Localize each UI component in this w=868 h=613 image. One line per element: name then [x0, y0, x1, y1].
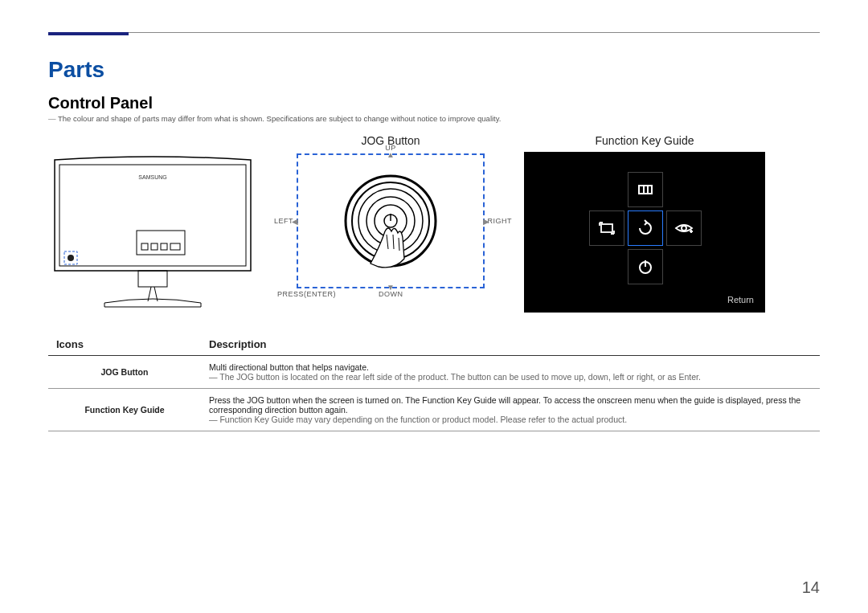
section-title: Control Panel — [48, 94, 820, 112]
menu-grid-icon — [636, 180, 655, 199]
arrow-up-icon: ▲ — [387, 150, 395, 159]
svg-point-25 — [682, 226, 686, 231]
monitor-diagram: SAMSUNG — [48, 150, 257, 311]
fkg-label: Function Key Guide — [524, 134, 765, 147]
picture-size-icon — [597, 219, 616, 238]
page-title: Parts — [48, 57, 820, 83]
svg-point-7 — [68, 255, 74, 261]
svg-rect-24 — [601, 224, 612, 232]
page-number: 14 — [802, 578, 820, 597]
disclaimer-text: The colour and shape of parts may differ… — [48, 114, 820, 123]
svg-rect-5 — [170, 243, 180, 250]
jog-box: UP DOWN LEFT RIGHT PRESS(ENTER) ▲ ▼ ◀ ▶ — [297, 153, 485, 288]
monitor-back-svg: SAMSUNG — [48, 150, 257, 311]
desc-text: Multi directional button that helps navi… — [209, 362, 812, 372]
svg-rect-2 — [141, 243, 148, 250]
fkg-panel: Return — [524, 152, 765, 313]
brand-label: SAMSUNG — [138, 174, 166, 180]
rotate-icon — [636, 219, 655, 238]
arrow-right-icon: ▶ — [483, 217, 489, 226]
svg-rect-1 — [137, 231, 185, 255]
svg-rect-4 — [161, 243, 167, 250]
svg-rect-3 — [151, 243, 158, 250]
table-row: JOG Button Multi directional button that… — [48, 356, 820, 389]
th-desc: Description — [201, 333, 820, 356]
figures-row: SAMSUNG — [48, 134, 820, 313]
desc-text: Press the JOG button when the screen is … — [209, 395, 812, 415]
eye-saver-icon — [674, 219, 694, 238]
power-icon — [636, 257, 655, 276]
fkg-power-button[interactable] — [628, 249, 663, 284]
desc-note: Function Key Guide may vary depending on… — [209, 415, 812, 424]
fkg-center-button[interactable] — [628, 210, 663, 246]
row-desc: Multi directional button that helps navi… — [201, 356, 820, 389]
row-icon-label: JOG Button — [48, 356, 201, 389]
svg-rect-8 — [138, 271, 167, 287]
arrow-down-icon: ▼ — [387, 283, 395, 292]
fkg-return-label: Return — [727, 295, 754, 304]
desc-note: The JOG button is located on the rear le… — [209, 372, 812, 382]
row-icon-label: Function Key Guide — [48, 389, 201, 431]
manual-page: Parts Control Panel The colour and shape… — [0, 0, 868, 613]
table-row: Function Key Guide Press the JOG button … — [48, 389, 820, 431]
jog-enter-label: PRESS(ENTER) — [277, 290, 336, 298]
header-rule — [48, 32, 820, 33]
arrow-left-icon: ◀ — [292, 217, 298, 226]
row-desc: Press the JOG button when the screen is … — [201, 389, 820, 431]
jog-button-svg — [338, 169, 443, 273]
jog-right-label: RIGHT — [488, 217, 513, 225]
th-icons: Icons — [48, 333, 201, 356]
svg-rect-21 — [639, 186, 652, 194]
jog-left-label: LEFT — [274, 217, 293, 225]
fkg-eye-saver-button[interactable] — [666, 210, 702, 246]
fkg-menu-button[interactable] — [628, 172, 663, 207]
icons-table: Icons Description JOG Button Multi direc… — [48, 333, 820, 431]
jog-diagram: JOG Button UP DOWN LEFT RIGHT PRESS(ENTE… — [278, 134, 503, 288]
function-key-guide: Function Key Guide — [524, 134, 765, 313]
fkg-picture-size-button[interactable] — [589, 210, 624, 246]
